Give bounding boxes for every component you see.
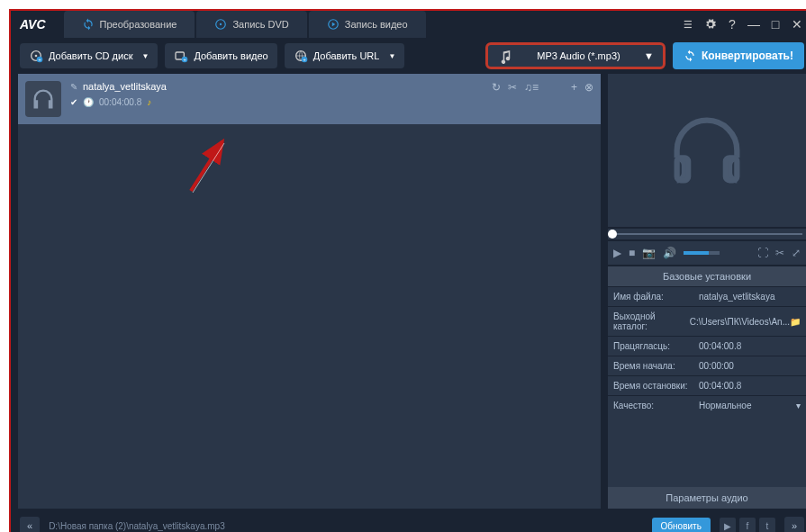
close-button[interactable]: ✕ — [790, 17, 804, 32]
add-cd-button[interactable]: + Добавить CD диск ▼ — [20, 43, 158, 68]
refresh-icon[interactable]: ↻ — [492, 81, 501, 94]
settings-row-quality: Качество: Нормальное▾ — [608, 395, 806, 415]
settings-row-filename: Имя файла: natalya_vetlitskaya — [608, 286, 806, 306]
add-icon[interactable]: + — [571, 81, 577, 94]
stop-label: Время остановки: — [608, 376, 693, 395]
status-path: D:\Новая папка (2)\natalya_vetlitskaya.m… — [49, 521, 642, 531]
file-item[interactable]: ✎ natalya_vetlitskaya ✔ 🕐 00:04:00.8 ♪ ↻… — [18, 74, 601, 124]
settings-row-output: Выходной каталог: C:\Users\ПК\Videos\An.… — [608, 306, 806, 336]
filename-label: Имя файла: — [608, 287, 693, 306]
stop-value[interactable]: 00:04:00.8 — [693, 376, 806, 395]
volume-slider[interactable] — [684, 251, 720, 255]
file-list-panel: ✎ natalya_vetlitskaya ✔ 🕐 00:04:00.8 ♪ ↻… — [18, 74, 601, 509]
seek-slider[interactable] — [608, 229, 806, 239]
facebook-icon[interactable]: f — [739, 518, 756, 532]
tab-dvd-label: Запись DVD — [232, 19, 288, 30]
note-icon: ♪ — [147, 97, 151, 107]
quality-dropdown[interactable]: Нормальное▾ — [693, 396, 806, 415]
svg-rect-4 — [684, 21, 692, 22]
refresh-icon — [684, 50, 696, 62]
collapse-button[interactable]: « — [20, 517, 40, 532]
folder-icon[interactable]: 📁 — [790, 317, 801, 327]
filename-value[interactable]: natalya_vetlitskaya — [693, 287, 806, 306]
settings-row-start: Время начала: 00:00:00 — [608, 356, 806, 375]
playlist-icon[interactable]: ♫≡ — [524, 81, 539, 94]
video-plus-icon: + — [174, 49, 188, 63]
app-window: AVC Преобразование Запись DVD Запись вид… — [9, 9, 806, 532]
duration-value: 00:04:00.8 — [693, 337, 806, 356]
maximize-button[interactable]: □ — [768, 17, 783, 32]
convert-button[interactable]: Конвертировать! — [673, 42, 804, 69]
file-actions: ↻ ✂ ♫≡ + ⊗ — [492, 81, 593, 94]
output-value[interactable]: C:\Users\ПК\Videos\An...📁 — [684, 307, 806, 336]
add-video-button[interactable]: + Добавить видео — [165, 43, 276, 68]
list-icon[interactable] — [682, 17, 696, 32]
app-logo: AVC — [20, 17, 46, 32]
file-name: natalya_vetlitskaya — [83, 81, 167, 92]
minimize-button[interactable]: — — [747, 17, 761, 32]
expand-button[interactable]: ⛶ — [757, 247, 768, 259]
chevron-down-icon: ▼ — [142, 52, 149, 60]
tab-convert-label: Преобразование — [100, 19, 177, 30]
svg-text:+: + — [303, 57, 305, 62]
svg-text:+: + — [38, 57, 41, 62]
media-controls: ▶ ■ 📷 🔊 ⛶ ✂ ⤢ — [608, 241, 806, 265]
headphones-icon — [662, 105, 752, 195]
stop-button[interactable]: ■ — [629, 247, 635, 259]
start-label: Время начала: — [608, 356, 693, 375]
statusbar: « D:\Новая папка (2)\natalya_vetlitskaya… — [11, 512, 806, 532]
svg-point-8 — [35, 55, 38, 58]
check-icon[interactable]: ✔ — [70, 97, 77, 107]
remove-icon[interactable]: ⊗ — [584, 81, 593, 94]
main-tabs: Преобразование Запись DVD Запись видео — [64, 11, 682, 38]
settings-grid: Имя файла: natalya_vetlitskaya Выходной … — [608, 286, 806, 415]
dvd-icon — [214, 18, 227, 31]
settings-header: Базовые установки — [608, 266, 806, 286]
svg-marker-3 — [332, 23, 336, 27]
add-url-label: Добавить URL — [313, 50, 380, 61]
twitter-icon[interactable]: t — [759, 518, 775, 532]
record-icon — [327, 18, 340, 31]
tab-video[interactable]: Запись видео — [309, 11, 426, 38]
chevron-down-icon: ▾ — [796, 401, 801, 410]
tab-video-label: Запись видео — [345, 19, 408, 30]
fullscreen-button[interactable]: ⤢ — [792, 247, 801, 259]
add-video-label: Добавить видео — [194, 50, 267, 61]
quality-label: Качество: — [608, 396, 693, 415]
youtube-icon[interactable]: ▶ — [720, 518, 736, 532]
svg-rect-5 — [684, 23, 692, 24]
start-value[interactable]: 00:00:00 — [693, 356, 806, 375]
volume-icon[interactable]: 🔊 — [663, 247, 676, 259]
add-cd-label: Добавить CD диск — [49, 50, 133, 61]
file-thumbnail — [25, 81, 61, 117]
format-dropdown[interactable]: MP3 Audio (*.mp3) ▼ — [485, 42, 666, 69]
expand-button[interactable]: » — [784, 517, 804, 532]
settings-row-stop: Время остановки: 00:04:00.8 — [608, 375, 806, 395]
play-button[interactable]: ▶ — [613, 247, 621, 259]
cut-icon[interactable]: ✂ — [508, 81, 517, 94]
globe-plus-icon: + — [294, 49, 308, 63]
preview-area — [608, 74, 806, 227]
toolbar: + Добавить CD диск ▼ + Добавить видео + … — [11, 38, 806, 74]
svg-rect-6 — [684, 27, 692, 28]
right-panel: ▶ ■ 📷 🔊 ⛶ ✂ ⤢ Базовые установки Имя файл… — [608, 74, 806, 509]
clock-icon: 🕐 — [83, 97, 94, 107]
convert-icon — [82, 18, 95, 31]
chevron-down-icon: ▼ — [388, 52, 395, 60]
audio-params-button[interactable]: Параметры аудио — [608, 487, 806, 509]
update-button[interactable]: Обновить — [652, 518, 711, 533]
help-icon[interactable]: ? — [725, 17, 739, 32]
headphones-icon — [31, 86, 56, 112]
chevron-down-icon: ▼ — [644, 50, 654, 61]
settings-icon[interactable] — [703, 17, 718, 32]
pencil-icon[interactable]: ✎ — [70, 82, 77, 92]
format-label: MP3 Audio (*.mp3) — [522, 50, 635, 61]
add-url-button[interactable]: + Добавить URL ▼ — [285, 43, 405, 68]
svg-point-1 — [220, 23, 222, 25]
output-label: Выходной каталог: — [608, 307, 684, 336]
snapshot-button[interactable]: 📷 — [642, 247, 656, 259]
tab-convert[interactable]: Преобразование — [64, 11, 195, 38]
cut-button[interactable]: ✂ — [775, 247, 784, 259]
tab-dvd[interactable]: Запись DVD — [196, 11, 306, 38]
main-area: ✎ natalya_vetlitskaya ✔ 🕐 00:04:00.8 ♪ ↻… — [11, 74, 806, 512]
